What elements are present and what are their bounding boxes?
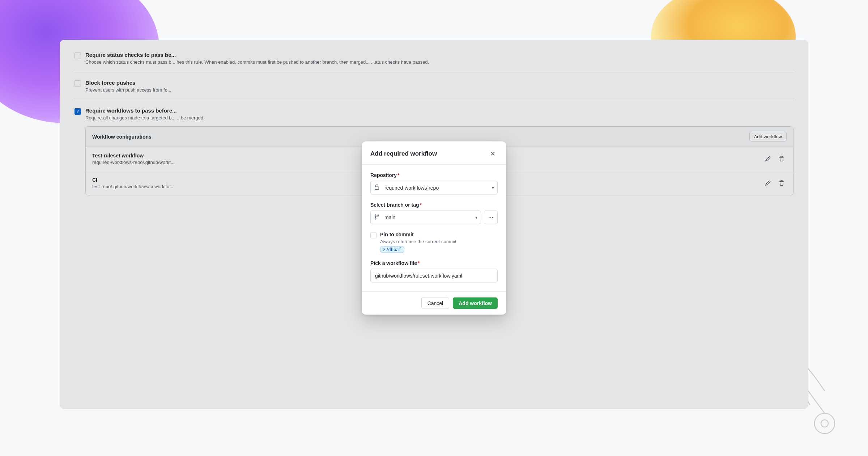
commit-hash-badge: 27dbbaf — [380, 246, 404, 253]
repository-label: Repository* — [370, 172, 498, 178]
pin-commit-group: Pin to commit Always reference the curre… — [370, 232, 498, 253]
close-icon: ✕ — [490, 150, 495, 158]
modal-close-button[interactable]: ✕ — [488, 149, 498, 159]
modal-body: Repository* required-workflows-repo ▾ Se… — [362, 165, 506, 291]
branch-tag-label: Select branch or tag* — [370, 202, 498, 208]
add-workflow-modal: Add required workflow ✕ Repository* requ… — [362, 142, 506, 315]
workflow-file-group: Pick a workflow file* — [370, 260, 498, 283]
add-workflow-submit-button[interactable]: Add workflow — [453, 297, 498, 309]
pin-commit-checkbox[interactable] — [370, 232, 376, 238]
pin-commit-section: Pin to commit Always reference the curre… — [370, 232, 498, 253]
svg-point-1 — [821, 420, 828, 427]
branch-more-options-button[interactable]: ··· — [484, 211, 498, 224]
modal-header: Add required workflow ✕ — [362, 142, 506, 165]
branch-select[interactable]: main — [370, 211, 481, 224]
repository-select-wrapper: required-workflows-repo ▾ — [370, 181, 498, 195]
modal-title: Add required workflow — [370, 150, 437, 157]
pin-commit-label: Pin to commit — [380, 232, 456, 237]
modal-footer: Cancel Add workflow — [362, 291, 506, 315]
workflow-file-required: * — [418, 260, 420, 266]
cancel-button[interactable]: Cancel — [421, 297, 450, 309]
branch-row: main ▾ ··· — [370, 211, 498, 224]
branch-tag-required: * — [420, 202, 422, 208]
repository-select[interactable]: required-workflows-repo — [370, 181, 498, 195]
repository-field-group: Repository* required-workflows-repo ▾ — [370, 172, 498, 195]
branch-select-wrapper: main ▾ — [370, 211, 481, 224]
workflow-file-label: Pick a workflow file* — [370, 260, 498, 266]
pin-commit-content: Pin to commit Always reference the curre… — [380, 232, 456, 253]
repository-required: * — [397, 172, 399, 178]
branch-tag-field-group: Select branch or tag* main ▾ ··· — [370, 202, 498, 224]
workflow-file-input[interactable] — [370, 269, 498, 283]
pin-commit-description: Always reference the current commit — [380, 239, 456, 244]
svg-point-0 — [814, 413, 835, 434]
